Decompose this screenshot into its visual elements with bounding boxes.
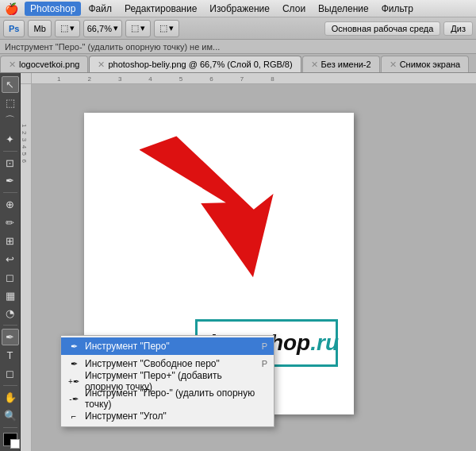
zoom-value: 66,7% <box>87 24 112 33</box>
tool-brush[interactable]: ✏ <box>2 214 19 231</box>
pen-icon: ✒ <box>67 341 80 352</box>
design-button[interactable]: Диз <box>443 21 473 36</box>
tool-lasso[interactable]: ⌒ <box>2 113 19 129</box>
canvas-area: 1 2 3 4 5 6 7 8 1 2 3 4 5 6 Photoshop.ru <box>21 73 476 451</box>
ruler-h-tick: 1 <box>56 75 62 83</box>
toolbar: Ps Mb ⬚▾ 66,7%▾ ⬚▾ ⬚▾ Основная рабочая с… <box>0 17 476 40</box>
tool-pen[interactable]: ✒ <box>2 329 19 345</box>
ctx-item-remove-anchor[interactable]: -✒ Инструмент "Перо-" (удалить опорную т… <box>61 390 274 407</box>
view-options-btn[interactable]: ⬚▾ <box>125 20 151 37</box>
menu-select[interactable]: Выделение <box>313 2 374 16</box>
tool-eyedropper[interactable]: ✒ <box>2 172 19 189</box>
tool-text[interactable]: T <box>2 347 19 364</box>
ruler-corner <box>21 73 32 84</box>
tool-shape[interactable]: ◻ <box>2 365 19 382</box>
tool-clone[interactable]: ⊞ <box>2 233 19 249</box>
tool-hand[interactable]: ✋ <box>2 389 19 406</box>
ps-icon-btn[interactable]: Ps <box>3 20 25 37</box>
ctx-pen-shortcut: P <box>262 341 267 351</box>
ruler-horizontal: 1 2 3 4 5 6 7 8 <box>32 73 476 84</box>
extra-btn[interactable]: ⬚▾ <box>154 20 179 37</box>
tab-icon: ✕ <box>98 60 105 70</box>
tool-separator-5 <box>3 427 17 428</box>
tabs-bar: ✕ logocvetkoi.png ✕ photoshop-beliy.png … <box>0 54 476 73</box>
ps-icon: Ps <box>9 24 19 33</box>
tool-separator-2 <box>3 192 17 193</box>
ruler-h-tick: 4 <box>147 75 153 83</box>
tab-logocvetkoi[interactable]: ✕ logocvetkoi.png <box>0 56 88 72</box>
tab-photoshop-beliy[interactable]: ✕ photoshop-beliy.png @ 66,7% (Слой 0, R… <box>89 56 301 72</box>
layer-icon: ⬚ <box>60 23 68 33</box>
ruler-h-tick: 6 <box>208 75 214 83</box>
ruler-vertical: 1 2 3 4 5 6 <box>21 84 32 451</box>
apple-menu[interactable]: 🍎 <box>5 2 18 15</box>
mb-icon-btn[interactable]: Mb <box>28 20 51 37</box>
ruler-h-tick: 7 <box>239 75 245 83</box>
statusbar: Инструмент "Перо-" (удалить опорную точк… <box>0 40 476 54</box>
tab-bez-imeni[interactable]: ✕ Без имени-2 <box>302 56 380 72</box>
context-menu: ✒ Инструмент "Перо" P ✒ Инструмент "Своб… <box>60 335 274 427</box>
tab-label: logocvetkoi.png <box>19 60 79 69</box>
logo-ru-text: .ru <box>310 330 339 356</box>
menu-edit[interactable]: Редактирование <box>119 2 202 16</box>
remove-anchor-icon: -✒ <box>67 395 80 403</box>
tab-icon: ✕ <box>390 60 397 70</box>
tab-label: photoshop-beliy.png @ 66,7% (Слой 0, RGB… <box>108 60 292 69</box>
workspace-button[interactable]: Основная рабочая среда <box>324 21 441 36</box>
ctx-item-pen[interactable]: ✒ Инструмент "Перо" P <box>61 337 274 355</box>
tool-select[interactable]: ↖ <box>2 76 19 93</box>
ruler-h-tick: 2 <box>86 75 92 83</box>
tool-marquee[interactable]: ⬚ <box>2 94 19 111</box>
tab-snimok[interactable]: ✕ Снимок экрана <box>381 56 470 72</box>
ctx-item-corner[interactable]: ⌐ Инструмент "Угол" <box>61 407 274 425</box>
tab-label: Без имени-2 <box>321 60 371 69</box>
menu-file[interactable]: Файл <box>83 2 117 16</box>
tool-separator-1 <box>3 151 17 152</box>
tab-label: Снимок экрана <box>400 60 461 69</box>
ruler-v-labels: 1 2 3 4 5 6 <box>21 124 28 163</box>
menu-image[interactable]: Изображение <box>204 2 275 16</box>
tool-crop[interactable]: ⊡ <box>2 155 19 172</box>
ctx-pen-label: Инструмент "Перо" <box>85 341 257 352</box>
tool-hint: Инструмент "Перо-" (удалить опорную точк… <box>5 42 220 52</box>
tool-separator-4 <box>3 385 17 386</box>
tool-history[interactable]: ↩ <box>2 251 19 268</box>
free-pen-icon: ✒ <box>67 359 80 369</box>
menubar: 🍎 Photoshop Файл Редактирование Изображе… <box>0 0 476 17</box>
view-icon: ⬚ <box>131 23 139 33</box>
app-name: Photoshop <box>25 2 81 16</box>
tool-dodge[interactable]: ◔ <box>2 306 19 322</box>
tab-icon: ✕ <box>9 60 16 70</box>
ctx-corner-label: Инструмент "Угол" <box>85 411 263 422</box>
tab-icon: ✕ <box>311 60 318 70</box>
ctx-remove-anchor-label: Инструмент "Перо-" (удалить опорную точк… <box>85 387 263 410</box>
tool-zoom[interactable]: 🔍 <box>2 407 19 424</box>
ruler-h-tick: 8 <box>269 75 275 83</box>
background-color[interactable] <box>10 439 20 449</box>
extra-icon: ⬚ <box>159 23 167 33</box>
ctx-free-pen-shortcut: P <box>262 359 267 368</box>
ctx-free-pen-label: Инструмент "Свободное перо" <box>85 358 257 369</box>
tool-gradient[interactable]: ▦ <box>2 287 19 304</box>
tool-heal[interactable]: ⊕ <box>2 196 19 213</box>
layer-options-btn[interactable]: ⬚▾ <box>55 20 80 37</box>
tool-separator-3 <box>3 325 17 326</box>
menu-layers[interactable]: Слои <box>277 2 311 16</box>
corner-icon: ⌐ <box>67 411 80 421</box>
toolbox: ↖ ⬚ ⌒ ✦ ⊡ ✒ ⊕ ✏ ⊞ ↩ ◻ ▦ ◔ ✒ T ◻ ✋ 🔍 <box>0 73 21 451</box>
add-anchor-icon: +✒ <box>67 377 80 386</box>
tool-magic-wand[interactable]: ✦ <box>2 131 19 148</box>
ruler-h-tick: 3 <box>117 75 123 83</box>
foreground-color[interactable] <box>3 433 17 446</box>
ruler-h-tick: 5 <box>178 75 184 83</box>
workspace: ↖ ⬚ ⌒ ✦ ⊡ ✒ ⊕ ✏ ⊞ ↩ ◻ ▦ ◔ ✒ T ◻ ✋ 🔍 1 2 … <box>0 73 476 451</box>
mb-icon: Mb <box>33 24 45 33</box>
zoom-display[interactable]: 66,7%▾ <box>83 20 122 37</box>
tool-eraser[interactable]: ◻ <box>2 269 19 286</box>
menu-filter[interactable]: Фильтр <box>376 2 419 16</box>
